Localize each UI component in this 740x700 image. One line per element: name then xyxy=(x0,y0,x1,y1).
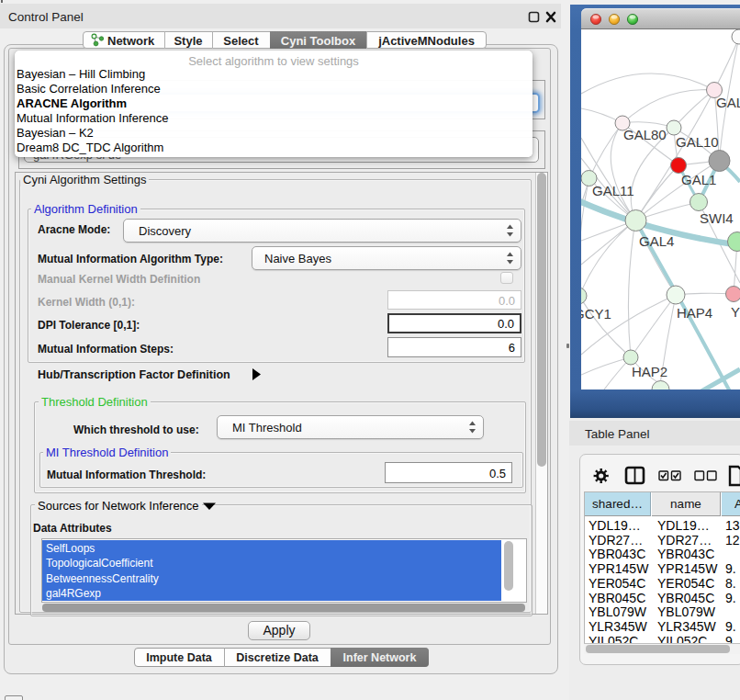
svg-text:HAP4: HAP4 xyxy=(677,305,712,321)
svg-text:SWI4: SWI4 xyxy=(700,210,734,226)
svg-text:GCY1: GCY1 xyxy=(581,306,611,322)
svg-text:HAP2: HAP2 xyxy=(632,364,667,379)
svg-text:Y: Y xyxy=(731,304,740,320)
svg-text:GAL4: GAL4 xyxy=(639,233,674,249)
svg-text:GAL10: GAL10 xyxy=(676,134,719,150)
svg-text:GAL11: GAL11 xyxy=(592,183,634,198)
svg-text:GAL2: GAL2 xyxy=(716,95,740,110)
svg-text:GAL1: GAL1 xyxy=(681,172,716,187)
svg-text:GAL80: GAL80 xyxy=(623,127,667,142)
